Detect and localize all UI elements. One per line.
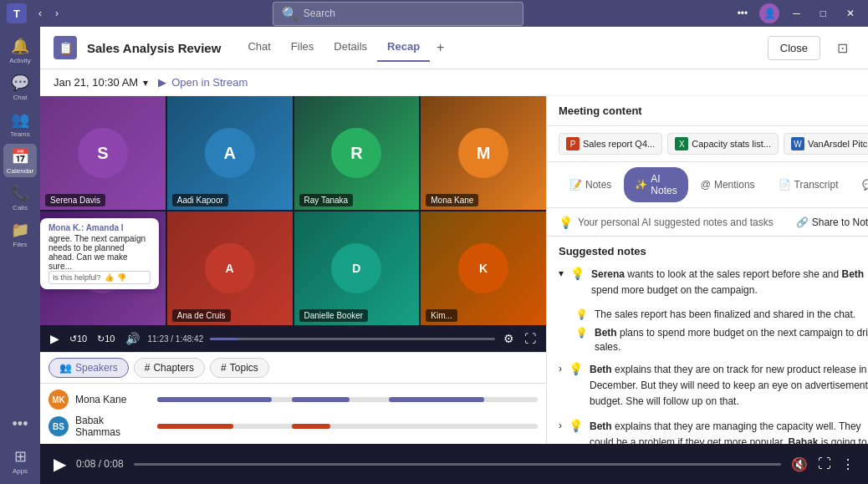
tab-files[interactable]: Files [281,33,324,62]
suggested-notes-label: Suggested notes [559,245,868,257]
stream-icon: ▶ [158,76,166,89]
search-bar[interactable]: 🔍 [273,2,523,26]
share-notes-button[interactable]: 🔗 Share to Notes [796,217,868,228]
thumbup-icon[interactable]: 👍 [105,273,114,282]
chapters-tab[interactable]: # Chapters [134,358,205,378]
bottom-progress-bar[interactable] [134,463,781,466]
fullscreen-button[interactable]: ⛶ [523,330,538,347]
tab-transcript[interactable]: 📄 Transcript [768,167,850,202]
volume-button[interactable]: 🔊 [124,330,141,347]
bottom-time-display: 0:08 / 0:08 [76,458,124,470]
search-input[interactable] [304,8,514,19]
right-panel: Meeting content See all P Sales report Q… [546,96,868,444]
avatar[interactable]: 👤 [759,3,779,23]
bottom-controls: 🔇 ⛶ ⋮ [791,456,855,472]
file-chip-capacity[interactable]: X Capacity stats list... [667,133,779,155]
close-window-button[interactable]: ✕ [840,4,861,23]
tab-recap[interactable]: Recap [377,33,430,62]
chat-bubble-header: Mona K.: Amanda I [49,223,151,232]
timeline-babak [157,424,538,429]
sidebar-item-activity[interactable]: 🔔 Activity [3,33,37,67]
sidebar-item-calls[interactable]: 📞 Calls [3,181,37,214]
participant-row-mona: MK Mona Kane [49,387,538,412]
date-selector[interactable]: Jan 21, 10:30 AM ▾ [54,76,148,89]
timeline-segment [292,424,330,429]
bottom-fullscreen-button[interactable]: ⛶ [818,456,831,472]
ai-hint-icon: 💡 [559,216,573,229]
note-ai-icon-1: 💡 [570,267,585,298]
note-sub-item-1a: 💡 The sales report has been finalized an… [575,308,868,322]
add-tab-button[interactable]: + [430,33,451,62]
sidebar-item-more[interactable]: ••• [3,407,37,441]
teams-logo-icon: T [7,3,27,23]
forward-button[interactable]: ↻10 [95,332,116,346]
avatar-mona: MK [49,390,69,410]
tab-ai-notes[interactable]: ✨ AI Notes [624,167,687,202]
ai-hint-text: Your personal AI suggested notes and tas… [578,217,774,228]
topics-tab[interactable]: # Topics [210,358,269,378]
helpful-row: Is this helpful? 👍 👎 [49,271,151,284]
participant-name-p6: Ana de Cruis [172,309,231,322]
sidebar: 🔔 Activity 💬 Chat 👥 Teams 📅 Calendar 📞 C… [0,27,40,484]
participant-name-babak-label: Babak Shammas [75,415,151,438]
note-toggle-1[interactable]: ▾ [559,267,564,298]
video-controls: ▶ ↺10 ↻10 🔊 11:23 / 1:48:42 ⚙ ⛶ [40,325,546,352]
topics-icon: # [221,362,227,374]
bottom-more-button[interactable]: ⋮ [841,456,855,472]
tab-details[interactable]: Details [324,33,377,62]
forward-button[interactable]: › [50,4,64,23]
settings-button[interactable]: ⚙ [502,330,516,347]
nav-buttons: ‹ › [33,4,64,23]
sidebar-item-teams[interactable]: 👥 Teams [3,107,37,140]
note-body-3: Beth explains that they are managing the… [590,418,868,444]
sidebar-item-files[interactable]: 📁 Files [3,217,37,251]
minimize-button[interactable]: ─ [786,4,807,23]
title-bar: T ‹ › 🔍 ••• 👤 ─ □ ✕ [0,0,868,27]
file-chip-vanarsde[interactable]: W VanArsdel PitchDe... [784,133,868,155]
maximize-button[interactable]: □ [814,4,833,23]
more-options-button[interactable]: ••• [733,4,753,23]
file-name-vanarsde: VanArsdel PitchDe... [808,139,868,149]
back-button[interactable]: ‹ [33,4,47,23]
sidebar-item-apps[interactable]: ⊞ Apps [3,444,37,477]
timeline-mona [157,397,538,402]
participant-row-babak: BS Babak Shammas [49,412,538,441]
tab-notes[interactable]: 📝 Notes [559,167,622,202]
close-button[interactable]: Close [768,36,820,60]
tab-mentions[interactable]: @ Mentions [690,167,766,202]
progress-bar[interactable] [210,338,495,340]
speakers-tab[interactable]: 👥 Speakers [49,358,129,378]
note-sub-text-1a: The sales report has been finalized and … [595,308,855,322]
note-text-2: Beth explains that they are on track for… [590,364,868,407]
notes-content: Suggested notes ▾ 💡 Serena wants to look… [547,237,868,444]
tab-chat[interactable]: 💬 Chat [851,167,868,202]
sidebar-item-chat[interactable]: 💬 Chat [3,70,37,104]
notes-toolbar: 💡 Your personal AI suggested notes and t… [547,208,868,237]
meeting-title: Sales Analysis Review [87,41,221,55]
app-layout: 🔔 Activity 💬 Chat 👥 Teams 📅 Calendar 📞 C… [0,27,868,484]
note-text-3: Beth explains that they are managing the… [590,420,867,444]
participant-name-mona-label: Mona Kane [75,394,151,405]
main-content: 📋 Sales Analysis Review Chat Files Detai… [40,27,868,484]
transcript-icon: 📄 [779,179,791,191]
note-toggle-3[interactable]: › [559,420,562,444]
chapters-icon: # [145,362,151,374]
play-button[interactable]: ▶ [49,330,61,347]
note-toggle-2[interactable]: › [559,363,562,408]
sidebar-item-calendar[interactable]: 📅 Calendar [3,144,37,177]
share-icon: 🔗 [796,217,809,228]
bottom-bar: ▶ 0:08 / 0:08 🔇 ⛶ ⋮ [40,444,868,484]
bottom-mute-button[interactable]: 🔇 [791,456,808,472]
rewind-button[interactable]: ↺10 [68,332,89,346]
timeline-segment [292,397,349,402]
file-chip-salesreport[interactable]: P Sales report Q4... [559,133,662,155]
thumbdown-icon[interactable]: 👎 [117,273,126,282]
video-grid: S Serena Davis A Aadi Kapoor R Ray Tanak… [40,96,546,325]
bottom-play-button[interactable]: ▶ [54,454,66,474]
meeting-tabs: Chat Files Details Recap + [237,33,451,62]
expand-button[interactable]: ⊡ [830,35,855,61]
ai-notes-icon: ✨ [635,179,647,191]
open-in-stream-link[interactable]: ▶ Open in Stream [158,76,248,89]
tab-chat[interactable]: Chat [237,33,280,62]
excel-icon: X [675,137,688,150]
